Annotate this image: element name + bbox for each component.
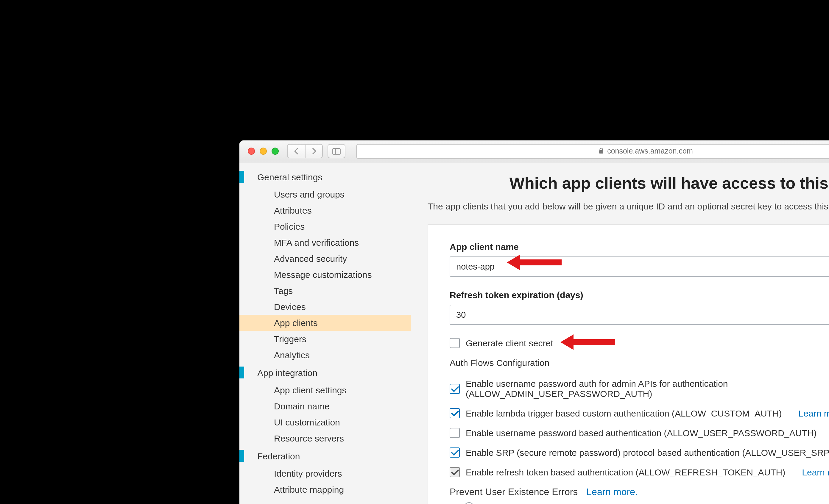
sidebar-section-app-integration[interactable]: App integration (240, 364, 411, 381)
svg-rect-0 (333, 148, 340, 154)
close-window-button[interactable] (248, 148, 255, 155)
auth-flow-label: Enable refresh token based authenticatio… (466, 467, 785, 477)
sidebar-item-identity-providers[interactable]: Identity providers (240, 465, 411, 481)
radio-label: Legacy (480, 502, 509, 504)
radio-button[interactable] (464, 502, 474, 504)
sidebar-item-attribute-mapping[interactable]: Attribute mapping (240, 481, 411, 498)
sidebar-item-advanced-security[interactable]: Advanced security (240, 250, 411, 267)
auth-flow-checkbox[interactable] (449, 428, 460, 438)
lock-icon (598, 147, 604, 155)
auth-flow-checkbox[interactable] (449, 408, 460, 418)
svg-rect-2 (599, 150, 603, 153)
sidebar-item-resource-servers[interactable]: Resource servers (240, 430, 411, 446)
page: General settingsUsers and groupsAttribut… (240, 162, 829, 504)
main-content: Which app clients will have access to th… (411, 162, 829, 504)
page-title: Which app clients will have access to th… (428, 175, 829, 193)
auth-flow-checkbox[interactable] (449, 448, 460, 458)
sidebar-item-triggers[interactable]: Triggers (240, 331, 411, 347)
sidebar-item-attributes[interactable]: Attributes (240, 202, 411, 219)
zoom-window-button[interactable] (272, 148, 279, 155)
nav-back-forward (287, 144, 323, 158)
sidebar-item-users-and-groups[interactable]: Users and groups (240, 186, 411, 202)
sidebar-section-federation[interactable]: Federation (240, 448, 411, 464)
auth-flow-label: Enable SRP (secure remote password) prot… (466, 448, 829, 458)
learn-more-link[interactable]: Learn more. (799, 408, 829, 418)
sidebar-item-app-clients[interactable]: App clients (240, 315, 411, 331)
browser-window: console.aws.amazon.com (240, 141, 829, 504)
auth-flow-row: Enable username password auth for admin … (449, 379, 829, 399)
sidebar-toggle-button[interactable] (328, 144, 346, 158)
window-controls (244, 148, 282, 155)
learn-more-link[interactable]: Learn more. (586, 487, 638, 497)
auth-flows-heading: Auth Flows Configuration (449, 358, 829, 368)
back-button[interactable] (287, 144, 305, 158)
url-host: console.aws.amazon.com (607, 147, 693, 155)
page-subtitle: The app clients that you add below will … (428, 201, 829, 211)
sidebar: General settingsUsers and groupsAttribut… (240, 162, 411, 504)
generate-secret-label: Generate client secret (466, 338, 553, 348)
sidebar-item-message-customizations[interactable]: Message customizations (240, 267, 411, 283)
auth-flow-label: Enable username password auth for admin … (466, 379, 829, 399)
sidebar-item-ui-customization[interactable]: UI customization (240, 414, 411, 430)
generate-secret-checkbox[interactable] (449, 338, 460, 348)
auth-flow-row: Enable username password based authentic… (449, 428, 829, 438)
prevent-errors-option[interactable]: Legacy (464, 502, 829, 504)
app-client-card: App client name Refresh token expiration… (428, 224, 829, 504)
sidebar-item-devices[interactable]: Devices (240, 299, 411, 315)
sidebar-item-analytics[interactable]: Analytics (240, 347, 411, 363)
auth-flow-checkbox[interactable] (449, 384, 460, 394)
browser-titlebar: console.aws.amazon.com (240, 141, 829, 162)
sidebar-item-policies[interactable]: Policies (240, 219, 411, 234)
refresh-token-label: Refresh token expiration (days) (449, 290, 829, 300)
auth-flow-label: Enable lambda trigger based custom authe… (466, 408, 782, 418)
app-client-name-input[interactable] (449, 257, 829, 277)
sidebar-item-tags[interactable]: Tags (240, 283, 411, 299)
sidebar-item-mfa-and-verifications[interactable]: MFA and verifications (240, 234, 411, 250)
forward-button[interactable] (305, 144, 323, 158)
sidebar-item-app-client-settings[interactable]: App client settings (240, 382, 411, 398)
minimize-window-button[interactable] (260, 148, 267, 155)
address-bar[interactable]: console.aws.amazon.com (356, 144, 829, 159)
sidebar-section-general-settings[interactable]: General settings (240, 168, 411, 185)
prevent-errors-label: Prevent User Existence Errors (449, 487, 578, 497)
app-client-name-label: App client name (449, 242, 829, 252)
auth-flow-row: Enable SRP (secure remote password) prot… (449, 448, 829, 458)
learn-more-link[interactable]: Learn more. (802, 467, 829, 477)
sidebar-item-domain-name[interactable]: Domain name (240, 398, 411, 414)
auth-flow-label: Enable username password based authentic… (466, 428, 817, 438)
auth-flow-row: Enable lambda trigger based custom authe… (449, 408, 829, 418)
auth-flow-checkbox (449, 467, 460, 477)
auth-flow-row: Enable refresh token based authenticatio… (449, 467, 829, 477)
refresh-token-input[interactable] (449, 305, 829, 325)
